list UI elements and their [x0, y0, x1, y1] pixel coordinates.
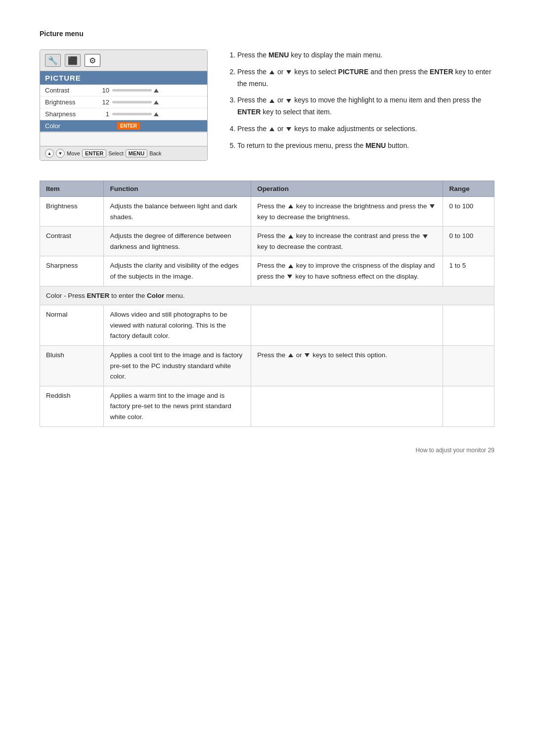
up-arrow-icon-4	[269, 127, 274, 131]
icon-active: ⚙	[85, 54, 100, 67]
page-footer: How to adjust your monitor 29	[40, 447, 494, 454]
icon-picture: ⬛	[65, 54, 81, 67]
menu-item-color: Color ENTER	[40, 120, 207, 132]
cell-contrast-item: Contrast	[40, 227, 104, 256]
cell-color-note: Color - Press ENTER to enter the Color m…	[40, 286, 494, 305]
footer-text: How to adjust your monitor 29	[416, 447, 494, 454]
instructions: Press the MENU key to display the main m…	[227, 49, 494, 161]
cell-brightness-range: 0 to 100	[443, 197, 494, 227]
menu-item-sharpness-value: 1	[94, 110, 109, 118]
monitor-ui-footer: ▲ ▼ Move ENTER Select MENU Back	[40, 146, 207, 160]
down-arrow-brightness	[430, 204, 435, 208]
menu-item-sharpness-bar	[112, 112, 202, 116]
enter-badge: ENTER	[117, 122, 140, 130]
up-arrow-bluish	[288, 353, 293, 357]
table-row-sharpness: Sharpness Adjusts the clarity and visibi…	[40, 256, 494, 286]
table-row-normal: Normal Allows video and still photograph…	[40, 305, 494, 346]
cell-bluish-item: Bluish	[40, 345, 104, 386]
menu-item-brightness: Brightness 12	[40, 96, 207, 108]
footer-down-key: ▼	[56, 149, 65, 158]
footer-move-label: Move	[67, 150, 80, 156]
cell-contrast-range: 0 to 100	[443, 227, 494, 256]
up-arrow-icon-3	[269, 99, 274, 103]
cell-bluish-range	[443, 345, 494, 386]
up-arrow-sharpness	[288, 264, 293, 268]
menu-item-contrast: Contrast 10	[40, 85, 207, 96]
up-arrow-icon-2	[269, 70, 274, 74]
cell-reddish-range	[443, 386, 494, 426]
footer-menu-key: MENU	[126, 149, 147, 157]
cell-bluish-function: Applies a cool tint to the image and is …	[104, 345, 251, 386]
th-item: Item	[40, 181, 104, 197]
color-bold: Color	[147, 292, 164, 299]
cell-reddish-item: Reddish	[40, 386, 104, 426]
up-arrow-brightness	[288, 204, 293, 208]
instruction-step-3: Press the or keys to move the highlight …	[237, 94, 494, 118]
menu-item-contrast-bar	[112, 89, 202, 93]
key-enter-3: ENTER	[237, 108, 261, 116]
cell-reddish-function: Applies a warm tint to the image and is …	[104, 386, 251, 426]
down-arrow-icon-4	[286, 127, 291, 131]
cell-brightness-operation: Press the key to increase the brightness…	[251, 197, 443, 227]
instructions-list: Press the MENU key to display the main m…	[227, 49, 494, 152]
cell-sharpness-range: 1 to 5	[443, 256, 494, 286]
menu-item-color-name: Color	[45, 122, 94, 130]
menu-item-brightness-name: Brightness	[45, 98, 94, 106]
footer-back-label: Back	[149, 150, 161, 156]
menu-item-color-bar: ENTER	[112, 122, 202, 130]
cell-normal-function: Allows video and still photographs to be…	[104, 305, 251, 346]
monitor-ui-title: PICTURE	[40, 71, 207, 85]
down-arrow-icon-2	[286, 70, 291, 74]
cell-reddish-operation	[251, 386, 443, 426]
th-range: Range	[443, 181, 494, 197]
down-arrow-sharpness	[287, 275, 292, 279]
down-arrow-contrast	[423, 235, 428, 238]
footer-select-label: Select	[108, 150, 124, 156]
monitor-ui-header: 🔧 ⬛ ⚙	[40, 50, 207, 71]
cell-sharpness-item: Sharpness	[40, 256, 104, 286]
instruction-step-2: Press the or keys to select PICTURE and …	[237, 66, 494, 90]
key-menu-1: MENU	[268, 51, 289, 59]
footer-up-key: ▲	[45, 149, 54, 158]
th-function: Function	[104, 181, 251, 197]
enter-bold: ENTER	[87, 292, 110, 299]
cell-brightness-item: Brightness	[40, 197, 104, 227]
cell-normal-range	[443, 305, 494, 346]
menu-item-sharpness-name: Sharpness	[45, 110, 94, 118]
table-row-bluish: Bluish Applies a cool tint to the image …	[40, 345, 494, 386]
cell-normal-item: Normal	[40, 305, 104, 346]
cell-sharpness-operation: Press the key to improve the crispness o…	[251, 256, 443, 286]
th-operation: Operation	[251, 181, 443, 197]
table-row-reddish: Reddish Applies a warm tint to the image…	[40, 386, 494, 426]
top-section: 🔧 ⬛ ⚙ PICTURE Contrast 10 Brightness 12 …	[40, 49, 494, 161]
monitor-ui: 🔧 ⬛ ⚙ PICTURE Contrast 10 Brightness 12 …	[40, 49, 208, 161]
table-row-contrast: Contrast Adjusts the degree of differenc…	[40, 227, 494, 256]
cell-sharpness-function: Adjusts the clarity and visibility of th…	[104, 256, 251, 286]
cell-bluish-operation: Press the or keys to select this option.	[251, 345, 443, 386]
table-row-color-note: Color - Press ENTER to enter the Color m…	[40, 286, 494, 305]
icon-settings: 🔧	[45, 54, 61, 67]
instruction-step-5: To return to the previous menu, press th…	[237, 140, 494, 152]
up-arrow-contrast	[288, 235, 293, 238]
down-arrow-icon-3	[286, 99, 291, 103]
menu-item-brightness-value: 12	[94, 98, 109, 106]
key-menu-5: MENU	[365, 142, 386, 149]
cell-contrast-operation: Press the key to increase the contrast a…	[251, 227, 443, 256]
cell-normal-operation	[251, 305, 443, 346]
key-enter-2: ENTER	[430, 68, 453, 76]
cell-contrast-function: Adjusts the degree of difference between…	[104, 227, 251, 256]
menu-item-contrast-name: Contrast	[45, 87, 94, 94]
page-title: Picture menu	[40, 30, 494, 38]
menu-item-brightness-bar	[112, 100, 202, 104]
menu-item-contrast-value: 10	[94, 87, 109, 94]
footer-enter-key: ENTER	[82, 149, 106, 157]
down-arrow-bluish	[305, 353, 310, 357]
menu-item-sharpness: Sharpness 1	[40, 108, 207, 120]
table-row-brightness: Brightness Adjusts the balance between l…	[40, 197, 494, 227]
instruction-step-1: Press the MENU key to display the main m…	[237, 49, 494, 61]
cell-brightness-function: Adjusts the balance between light and da…	[104, 197, 251, 227]
instruction-step-4: Press the or keys to make adjustments or…	[237, 123, 494, 135]
data-table: Item Function Operation Range Brightness…	[40, 181, 494, 427]
key-picture: PICTURE	[338, 68, 368, 76]
